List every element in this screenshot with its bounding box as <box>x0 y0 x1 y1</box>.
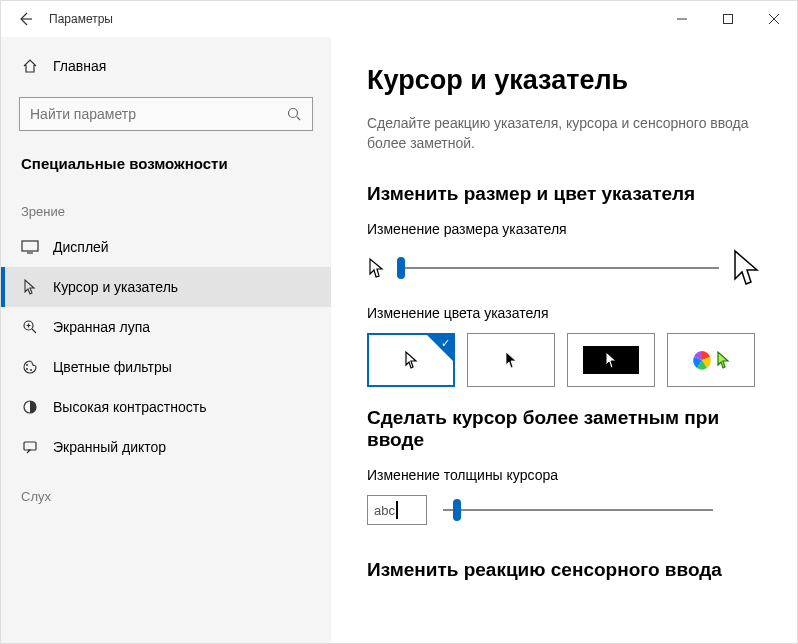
pointer-color-white[interactable]: ✓ <box>367 333 455 387</box>
pointer-size-slider[interactable] <box>397 256 719 280</box>
pointer-color-inverted[interactable] <box>567 333 655 387</box>
window-title: Параметры <box>49 12 113 26</box>
magnifier-icon <box>21 318 39 336</box>
cursor-thickness-preview: abc <box>367 495 427 525</box>
search-icon <box>286 106 302 122</box>
cursor-thickness-slider[interactable] <box>443 498 713 522</box>
svg-point-6 <box>30 369 32 371</box>
sidebar-item-label: Курсор и указатель <box>53 279 178 295</box>
narrator-icon <box>21 438 39 456</box>
page-title: Курсор и указатель <box>367 65 761 96</box>
home-icon <box>21 57 39 75</box>
page-description: Сделайте реакцию указателя, курсора и се… <box>367 114 761 153</box>
section-touch-heading: Изменить реакцию сенсорного ввода <box>367 559 761 581</box>
pointer-large-icon <box>731 249 761 287</box>
back-button[interactable] <box>9 11 41 27</box>
pointer-small-icon <box>367 257 385 279</box>
pointer-color-black[interactable] <box>467 333 555 387</box>
cursor-icon <box>21 278 39 296</box>
svg-point-5 <box>26 368 28 370</box>
group-label-hearing: Слух <box>1 467 331 512</box>
sidebar-item-cursor[interactable]: Курсор и указатель <box>1 267 331 307</box>
sidebar-item-label: Высокая контрастность <box>53 399 206 415</box>
svg-rect-2 <box>22 241 38 251</box>
close-button[interactable] <box>751 1 797 37</box>
sidebar-item-high-contrast[interactable]: Высокая контрастность <box>1 387 331 427</box>
sidebar-item-label: Дисплей <box>53 239 109 255</box>
sidebar-item-display[interactable]: Дисплей <box>1 227 331 267</box>
pointer-color-custom[interactable] <box>667 333 755 387</box>
display-icon <box>21 238 39 256</box>
group-label-vision: Зрение <box>1 182 331 227</box>
pointer-size-label: Изменение размера указателя <box>367 221 761 237</box>
sidebar-item-narrator[interactable]: Экранный диктор <box>1 427 331 467</box>
home-link[interactable]: Главная <box>1 49 331 83</box>
contrast-icon <box>21 398 39 416</box>
titlebar: Параметры <box>1 1 797 37</box>
section-pointer-heading: Изменить размер и цвет указателя <box>367 183 761 205</box>
svg-rect-0 <box>724 15 733 24</box>
svg-rect-8 <box>24 442 36 450</box>
sidebar-item-label: Экранный диктор <box>53 439 166 455</box>
svg-point-1 <box>289 109 298 118</box>
palette-icon <box>21 358 39 376</box>
content: Курсор и указатель Сделайте реакцию указ… <box>331 37 797 643</box>
sidebar: Главная Специальные возможности Зрение Д… <box>1 37 331 643</box>
search-input[interactable] <box>19 97 313 131</box>
sidebar-item-color-filters[interactable]: Цветные фильтры <box>1 347 331 387</box>
minimize-button[interactable] <box>659 1 705 37</box>
sidebar-section-title: Специальные возможности <box>1 141 331 182</box>
pointer-color-label: Изменение цвета указателя <box>367 305 761 321</box>
section-cursor-heading: Сделать курсор более заметным при вводе <box>367 407 761 451</box>
search-field[interactable] <box>30 106 286 122</box>
sidebar-item-label: Цветные фильтры <box>53 359 172 375</box>
cursor-thickness-label: Изменение толщины курсора <box>367 467 761 483</box>
pointer-color-options: ✓ <box>367 333 761 387</box>
svg-point-4 <box>26 364 28 366</box>
home-label: Главная <box>53 58 106 74</box>
maximize-button[interactable] <box>705 1 751 37</box>
sidebar-item-label: Экранная лупа <box>53 319 150 335</box>
sidebar-item-magnifier[interactable]: Экранная лупа <box>1 307 331 347</box>
